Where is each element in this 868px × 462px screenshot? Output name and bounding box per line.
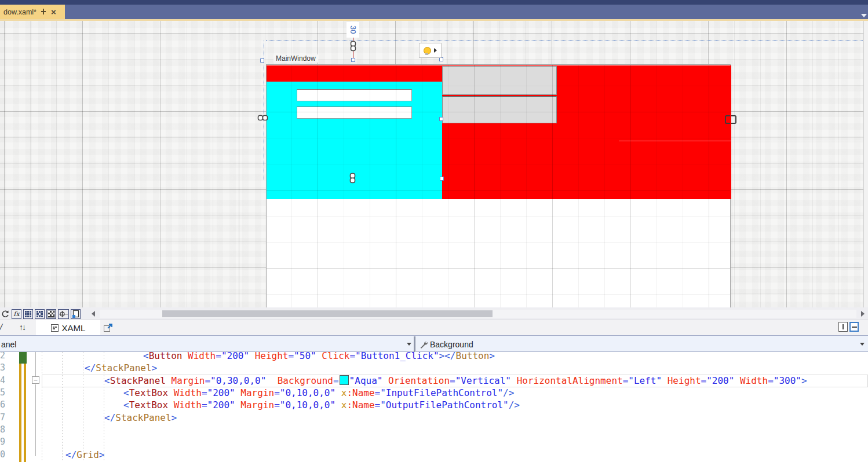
element-dropdown-value: anel xyxy=(1,340,16,349)
line-number: 4 xyxy=(0,375,6,387)
code-line[interactable]: <TextBox Width="200" Margin="0,10,0,0" x… xyxy=(123,399,520,411)
code-token: Width xyxy=(188,352,216,361)
code-token: ="0,10,0,0" xyxy=(274,387,335,398)
code-line[interactable]: <TextBox Width="200" Margin="0,10,0,0" x… xyxy=(123,387,514,399)
code-token: ="OutputFilePathControl" xyxy=(375,399,509,410)
vertical-split-icon xyxy=(843,324,844,329)
scroll-right-arrow[interactable] xyxy=(861,311,865,317)
property-dropdown-value: Background xyxy=(430,340,473,349)
code-line[interactable]: <StackPanel Margin="0,30,0,0" Background… xyxy=(104,375,807,387)
code-token: > xyxy=(172,412,177,423)
zoom-to-fit-button[interactable] xyxy=(71,309,81,319)
code-token: < xyxy=(104,375,110,386)
code-token: = xyxy=(333,375,339,386)
selection-handle[interactable] xyxy=(351,58,355,62)
snaplines-button[interactable] xyxy=(58,309,69,319)
property-dropdown[interactable]: Background xyxy=(416,336,868,352)
pin-icon[interactable] xyxy=(41,8,47,16)
code-token xyxy=(382,375,388,386)
chain-anchor-left-icon[interactable] xyxy=(257,114,269,122)
grid-icon xyxy=(25,311,31,317)
tab-xaml-view[interactable]: XAML xyxy=(36,320,100,335)
designer-hscroll-track[interactable] xyxy=(100,310,856,318)
artboard[interactable] xyxy=(266,64,731,308)
selection-handle[interactable] xyxy=(439,117,443,121)
code-token: Height xyxy=(668,375,701,386)
scroll-left-arrow[interactable] xyxy=(92,311,95,317)
code-token: </ xyxy=(104,412,115,423)
code-token xyxy=(182,352,188,361)
snap-to-grid-button[interactable] xyxy=(35,309,45,319)
code-token xyxy=(168,387,174,398)
code-token: > xyxy=(152,362,158,373)
selection-handle[interactable] xyxy=(260,58,264,63)
split-horizontal-button[interactable] xyxy=(849,322,859,332)
show-grid-button[interactable] xyxy=(23,309,33,319)
code-token: :Name xyxy=(347,387,374,398)
output-filepath-textbox-preview[interactable] xyxy=(297,107,412,119)
gray-button-preview-2[interactable] xyxy=(442,96,557,123)
code-lines[interactable]: 2<Button Width="200" Height="50" Click="… xyxy=(0,352,868,462)
lightbulb-icon xyxy=(424,47,431,54)
designer-vertical-scrollbar[interactable] xyxy=(863,21,868,308)
artboard-background-button[interactable] xyxy=(46,309,56,319)
code-token xyxy=(335,387,341,398)
tab-label: dow.xaml* xyxy=(3,8,37,16)
chevron-down-icon xyxy=(407,343,411,346)
gray-button-preview-1[interactable] xyxy=(442,66,557,95)
code-token: < xyxy=(123,399,129,410)
margin-anchor-open-right[interactable] xyxy=(725,115,736,124)
code-token xyxy=(235,399,241,410)
code-token: Margin xyxy=(172,375,205,386)
code-line[interactable]: </StackPanel> xyxy=(104,412,177,424)
code-token: x xyxy=(341,399,347,410)
chain-anchor-top-icon[interactable] xyxy=(349,41,357,52)
red-button-preview[interactable] xyxy=(267,65,442,82)
code-token: ="InputFilePathControl" xyxy=(375,387,504,398)
close-icon[interactable]: × xyxy=(51,8,56,16)
code-token: ="0,30,0,0" xyxy=(205,375,266,386)
snap-grid-icon xyxy=(37,311,43,317)
code-token: Height xyxy=(255,352,289,361)
code-token: /> xyxy=(509,399,520,410)
swap-panes-button[interactable]: ↑↓ xyxy=(19,322,25,332)
code-token: > xyxy=(489,352,495,361)
code-token: "Aqua" xyxy=(349,375,383,386)
code-line[interactable]: <Button Width="200" Height="50" Click="B… xyxy=(143,352,495,362)
chain-anchor-bottom-icon[interactable] xyxy=(349,173,356,184)
quick-actions-button[interactable] xyxy=(419,43,442,58)
split-vertical-button[interactable] xyxy=(838,322,848,332)
chevron-down-icon xyxy=(860,343,865,346)
code-token: Grid xyxy=(76,449,99,460)
tab-mainwindow-xaml[interactable]: dow.xaml* × xyxy=(0,5,65,19)
code-token: Margin xyxy=(240,387,274,398)
code-token: ="200" xyxy=(202,399,235,410)
effects-button[interactable]: fx xyxy=(12,309,21,319)
xaml-code-editor[interactable]: − 2<Button Width="200" Height="50" Click… xyxy=(0,352,868,462)
code-token xyxy=(166,375,172,386)
line-number: 6 xyxy=(0,399,6,411)
broken-anchor-icon xyxy=(725,115,730,124)
designer-toolbar: fx xyxy=(0,307,868,320)
popout-window-icon[interactable] xyxy=(104,323,113,332)
input-filepath-textbox-preview[interactable] xyxy=(297,89,412,101)
xaml-design-surface[interactable]: MainWindow 30 xyxy=(0,21,868,308)
element-dropdown[interactable]: anel xyxy=(0,336,414,352)
refresh-icon[interactable] xyxy=(1,310,9,318)
line-number: 7 xyxy=(0,412,6,424)
checkerboard-icon xyxy=(48,311,54,317)
tab-list-arrow-icon[interactable] xyxy=(861,14,867,17)
selection-handle[interactable] xyxy=(440,177,444,181)
horizontal-split-icon xyxy=(852,327,857,328)
designer-hscroll-thumb[interactable] xyxy=(162,310,493,317)
code-line[interactable]: </StackPanel> xyxy=(85,362,157,374)
code-token: ="300" xyxy=(768,375,801,386)
line-number: 9 xyxy=(0,436,6,448)
code-token: Margin xyxy=(240,399,274,410)
red-grid-preview[interactable] xyxy=(442,65,731,199)
code-token: StackPanel xyxy=(96,362,151,373)
code-line[interactable]: </Grid> xyxy=(65,449,104,461)
aqua-color-swatch xyxy=(340,375,349,385)
selection-handle[interactable] xyxy=(439,57,443,61)
code-token: ="50" xyxy=(288,352,316,361)
